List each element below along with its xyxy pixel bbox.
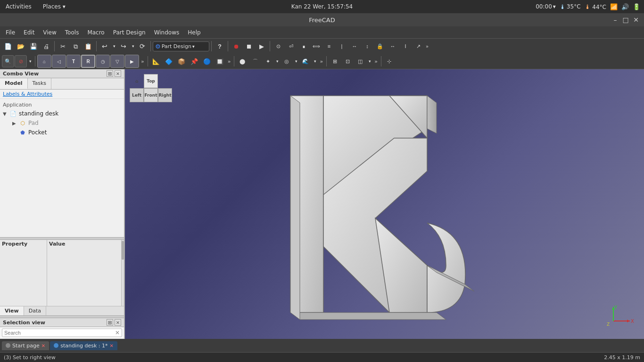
sketch-btn5[interactable]: 🌊 [299,55,312,67]
no-icon-btn[interactable]: ⊘ [15,55,27,67]
section-btn[interactable]: ◫ [354,55,366,67]
redo-dropdown[interactable]: ▾ [130,40,136,52]
view-btn11[interactable]: I [399,40,412,52]
tab-tasks[interactable]: Tasks [28,78,51,89]
more-part[interactable]: » [226,58,232,65]
part-btn6[interactable]: 🔲 [214,55,226,67]
left-face[interactable]: Left [130,88,144,102]
menu-windows[interactable]: Windows [150,28,183,37]
view-btn1[interactable]: ⊙ [272,40,284,52]
menu-help[interactable]: Help [184,28,204,37]
part-btn3[interactable]: 📦 [175,55,188,67]
close-button[interactable]: ✕ [632,16,640,24]
view-btn2[interactable]: ⏎ [285,40,297,52]
toolbar1-more[interactable]: » [425,43,429,50]
menu-macro[interactable]: Macro [83,28,108,37]
redo-button[interactable] [117,40,130,52]
sv-close-button[interactable]: ✕ [115,319,121,326]
activities-button[interactable]: Activities [4,3,33,10]
paste-button[interactable] [82,40,94,52]
view-btn4[interactable]: ⟺ [310,40,322,52]
front-face[interactable]: Front [144,88,158,102]
right-face[interactable]: Right [158,88,172,102]
part-btn2[interactable]: 🔷 [163,55,175,67]
labels-attrs-link[interactable]: Labels & Attributes [0,90,124,99]
sketch-btn3[interactable]: ✦ [262,55,274,67]
play-button[interactable]: ▶ [256,40,268,52]
view-btn12[interactable]: ↗ [412,40,424,52]
more-sketch[interactable]: » [318,58,324,65]
undo-button[interactable] [99,40,111,52]
time-display[interactable]: 00:00 ▾ [536,3,556,10]
tree-item-pad[interactable]: ▶ ⬡ Pad [1,118,123,128]
workbench-selector[interactable]: ⚙ Part Design ▾ [153,41,209,51]
sketch-dropdown[interactable]: ▾ [274,55,280,67]
copy-button[interactable] [69,40,82,52]
view-btn9[interactable]: 🔒 [374,40,386,52]
sketch-dropdown3[interactable]: ▾ [312,55,318,67]
part-btn1[interactable]: 📐 [150,55,162,67]
left-view-btn[interactable]: ◷ [96,55,110,68]
tab-data[interactable]: Data [24,306,46,315]
transform-btn[interactable]: ⊹ [383,55,396,67]
view-btn3[interactable]: ∎ [297,40,310,52]
menu-part-design[interactable]: Part Design [109,28,149,37]
view-btn8[interactable]: ↕ [361,40,373,52]
cv-close-button[interactable]: ✕ [115,70,121,77]
record-button[interactable] [230,40,242,52]
zoom-btn[interactable]: 🔍 [2,55,14,67]
menu-edit[interactable]: Edit [20,28,38,37]
cut-button[interactable] [57,40,69,52]
menu-view[interactable]: View [39,28,60,37]
more-align[interactable]: » [373,58,379,65]
tab-start-page[interactable]: Start page ✕ [2,341,49,350]
sketch-btn4[interactable]: ◎ [281,55,293,67]
more-views[interactable]: » [140,58,146,65]
view-cube[interactable]: ⌂ Top Left Front Right [130,74,172,116]
bottom-view-btn[interactable]: ▶ [125,55,139,68]
search-clear-button[interactable]: ✕ [115,329,120,336]
tab-standing-desk[interactable]: standing desk : 1* ✕ [50,341,117,350]
view-btn10[interactable]: ↔ [387,40,399,52]
no-dropdown[interactable]: ▾ [27,55,33,67]
tab-model[interactable]: Model [0,78,28,89]
save-button[interactable] [27,40,40,52]
help-button[interactable] [214,40,226,52]
cv-float-button[interactable]: ⊞ [107,70,113,77]
sketch-btn2[interactable]: ⌒ [249,55,261,67]
undo-dropdown[interactable]: ▾ [111,40,117,52]
front-view-btn[interactable]: ▽ [110,55,124,68]
new-button[interactable] [2,40,14,52]
viewport[interactable]: X Y Z ⌂ Top Left Front Right [125,69,644,339]
sketch-btn1[interactable]: ⬤ [236,55,248,67]
tab-view[interactable]: View [0,306,24,315]
open-button[interactable] [15,40,27,52]
view-btn7[interactable]: ↔ [348,40,361,52]
view-btn5[interactable]: ≡ [323,40,335,52]
part-btn5[interactable]: 🔵 [201,55,213,67]
maximize-button[interactable]: □ [621,16,630,24]
sv-float-button[interactable]: ⊞ [107,319,113,326]
volume-icon[interactable]: 🔊 [621,3,629,10]
search-input[interactable] [4,330,115,336]
view-btn6[interactable]: | [336,40,348,52]
home-view-button[interactable]: ⌂ [130,74,144,88]
property-scrollbar[interactable] [121,240,124,306]
top-face[interactable]: Top [144,74,158,88]
places-menu[interactable]: Places ▾ [41,3,67,10]
align-btn[interactable]: ⊞ [329,55,341,67]
tree-item-pocket[interactable]: ▶ ⬟ Pocket [1,128,123,137]
tab-start-close[interactable]: ✕ [41,343,45,348]
top-view[interactable]: T [66,55,81,68]
right-view-btn[interactable]: R [81,55,95,68]
menu-file[interactable]: File [2,28,19,37]
tab-desk-close[interactable]: ✕ [110,343,114,348]
mirror-btn[interactable]: ⊡ [341,55,354,67]
stop-button[interactable] [243,40,255,52]
home-view[interactable]: ⌂ [37,55,51,68]
print-button[interactable] [40,40,52,52]
refresh-button[interactable] [136,40,149,52]
part-btn4[interactable]: 📌 [188,55,200,67]
section-dropdown[interactable]: ▾ [367,55,372,67]
back-view[interactable]: ◁ [52,55,66,68]
